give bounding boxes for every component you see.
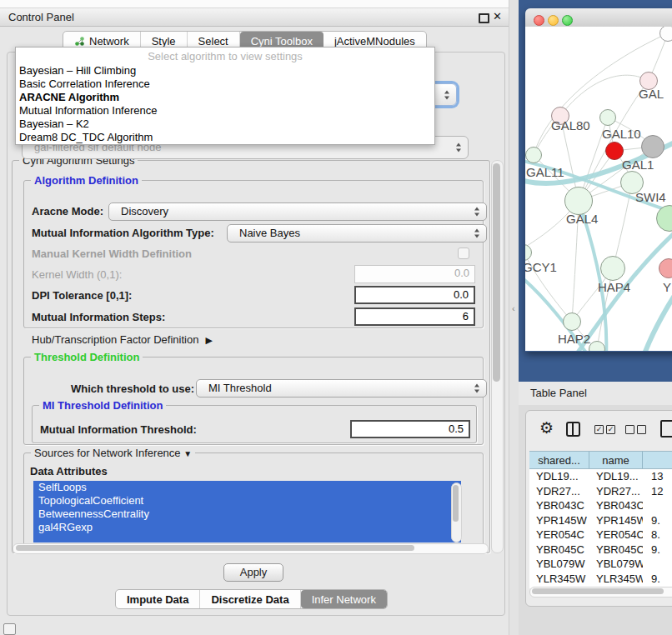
node-label: HAP2 — [558, 332, 590, 346]
minimize-traffic-light[interactable] — [548, 15, 559, 26]
table-row[interactable]: YER054CYER054C8. — [529, 528, 672, 542]
combo-stepper-icon — [474, 229, 480, 238]
network-node-selected-red[interactable] — [605, 142, 624, 160]
combo-stepper-icon — [474, 208, 480, 217]
close-traffic-light[interactable] — [534, 15, 544, 26]
table-row[interactable]: YBR045CYBR045C9. — [529, 542, 672, 558]
tab-impute-data[interactable]: Impute Data — [116, 590, 200, 608]
table-body: YDL19...YDL19...13 YDR27...YDR27...12 YB… — [529, 469, 672, 588]
algorithm-popup: Select algorithm to view settings Bayesi… — [15, 47, 435, 145]
document-icon[interactable] — [660, 420, 672, 438]
tab-discretize-data[interactable]: Discretize Data — [200, 590, 300, 608]
aracne-mode-value: Discovery — [121, 205, 168, 218]
float-window-icon[interactable] — [479, 13, 489, 23]
network-tab-icon — [74, 36, 85, 47]
hub-section-label: Hub/Transcription Factor Definition — [32, 333, 198, 346]
popup-item[interactable]: Bayesian – Hill Climbing — [19, 64, 136, 77]
network-node[interactable] — [659, 27, 672, 42]
close-icon[interactable]: ✕ — [493, 10, 502, 22]
attribute-item[interactable]: BetweennessCentrality — [33, 508, 461, 521]
settings-scrollbar-thumb[interactable] — [493, 163, 500, 382]
control-panel-titlebar: Control Panel ✕ — [0, 8, 509, 27]
table-panel-window: ⚙ ✓ ✓ shared... name YDL19...YDL19...13 … — [525, 410, 672, 607]
which-threshold-value: MI Threshold — [208, 382, 272, 394]
table-row[interactable]: YPR145WYPR145W9. — [529, 513, 672, 528]
table-row[interactable]: YLR345WYLR345W9. — [529, 572, 672, 587]
network-node-gal4[interactable] — [564, 187, 593, 215]
screen: Control Panel ✕ Network Style Select Cyn… — [0, 0, 672, 635]
threshold-definition-title: Threshold Definition — [31, 351, 143, 363]
data-attributes-list[interactable]: SelfLoops TopologicalCoefficient Between… — [33, 481, 461, 542]
network-node-hap2[interactable] — [563, 312, 581, 331]
hub-section-toggle[interactable]: Hub/Transcription Factor Definition▶ — [32, 333, 213, 346]
unchecked-checkbox-icon[interactable] — [625, 425, 634, 434]
mi-threshold-title: MI Threshold Definition — [39, 399, 166, 412]
table-row[interactable]: YDR27...YDR27...12 — [529, 484, 672, 499]
node-label: GAL1 — [622, 158, 654, 172]
splitter-collapse-icon[interactable]: ‹ — [512, 303, 515, 313]
data-attributes-label: Data Attributes — [30, 465, 108, 478]
column-header-name[interactable]: name — [589, 451, 643, 469]
table-row[interactable]: YBL079WYBL079W — [529, 557, 672, 572]
which-threshold-combo[interactable]: MI Threshold — [196, 379, 487, 398]
node-label: HAP4 — [598, 280, 630, 294]
attributes-scrollbar[interactable] — [451, 482, 462, 542]
attribute-item[interactable]: TopologicalCoefficient — [33, 494, 461, 508]
mi-type-value: Naive Bayes — [239, 227, 300, 239]
checked-checkbox-icon[interactable]: ✓ — [606, 425, 615, 434]
attribute-item[interactable]: SelfLoops — [33, 481, 461, 494]
dpi-tolerance-field[interactable]: 0.0 — [354, 286, 475, 304]
manual-kernel-checkbox[interactable] — [458, 248, 469, 259]
table-panel-titlebar: Table Panel — [519, 382, 672, 406]
popup-item[interactable]: Dream8 DC_TDC Algorithm — [19, 131, 153, 143]
popup-item[interactable]: Mutual Information Inference — [19, 104, 157, 117]
aracne-mode-combo[interactable]: Discovery — [108, 202, 487, 221]
popup-item[interactable]: Basic Correlation Inference — [19, 78, 150, 90]
kernel-width-field[interactable]: 0.0 — [354, 265, 475, 283]
network-canvas[interactable]: GAL GAL80 GAL10 GAL1 GAL11 GAL4 SWI4 GCY… — [525, 27, 672, 351]
gear-icon[interactable]: ⚙ — [539, 418, 554, 438]
mi-threshold-field[interactable]: 0.5 — [350, 420, 470, 438]
checked-checkbox-icon[interactable]: ✓ — [594, 425, 604, 434]
column-header-shared[interactable]: shared... — [529, 451, 589, 469]
column-header[interactable] — [643, 451, 672, 469]
expand-right-icon[interactable]: ▶ — [205, 335, 212, 346]
bottom-tabbar: Impute Data Discretize Data Infer Networ… — [115, 589, 388, 609]
settings-hscrollbar[interactable] — [13, 543, 489, 554]
network-node-gal11[interactable] — [525, 147, 542, 163]
apply-button[interactable]: Apply — [223, 563, 283, 582]
network-node-hap4[interactable] — [600, 256, 625, 281]
zoom-traffic-light[interactable] — [562, 15, 573, 26]
collapse-down-icon[interactable]: ▼ — [183, 449, 192, 458]
settings-hscrollbar-thumb[interactable] — [16, 545, 414, 551]
network-window-titlebar[interactable] — [525, 8, 672, 28]
mi-steps-field[interactable]: 6 — [354, 308, 475, 326]
combo-stepper-icon — [474, 384, 480, 393]
kernel-width-label: Kernel Width (0,1): — [32, 268, 122, 281]
manual-kernel-label: Manual Kernel Width Definition — [32, 248, 192, 260]
unchecked-checkbox-icon[interactable] — [637, 425, 646, 434]
settings-scrollbar[interactable] — [491, 160, 504, 553]
network-node-gray[interactable] — [641, 135, 664, 158]
control-panel-title: Control Panel — [8, 11, 74, 23]
attribute-item[interactable]: gal4RGexp — [33, 521, 461, 534]
sources-title[interactable]: Sources for Network Inference ▼ — [31, 447, 195, 459]
tab-infer-network[interactable]: Infer Network — [301, 590, 387, 608]
table-hscrollbar-thumb[interactable] — [532, 588, 664, 594]
table-row[interactable]: YDL19...YDL19...13 — [529, 469, 672, 484]
columns-icon[interactable] — [566, 422, 580, 437]
collapsed-panel-icon[interactable] — [3, 623, 16, 635]
popup-item-selected[interactable]: ARACNE Algorithm — [19, 91, 119, 103]
table-hscrollbar[interactable] — [529, 587, 672, 598]
table-row[interactable]: YBR043CYBR043C — [529, 498, 672, 513]
combo-stepper-icon — [444, 90, 450, 99]
which-threshold-label: Which threshold to use: — [71, 382, 194, 395]
network-node-gal10[interactable] — [599, 109, 616, 126]
popup-item[interactable]: Bayesian – K2 — [19, 118, 89, 130]
attributes-scrollbar-thumb[interactable] — [453, 485, 459, 522]
node-label: Y — [663, 280, 671, 294]
dpi-tolerance-label: DPI Tolerance [0,1]: — [32, 289, 132, 302]
top-strip — [0, 0, 509, 8]
mi-type-combo[interactable]: Naive Bayes — [227, 224, 487, 242]
table-panel-title: Table Panel — [530, 387, 587, 399]
